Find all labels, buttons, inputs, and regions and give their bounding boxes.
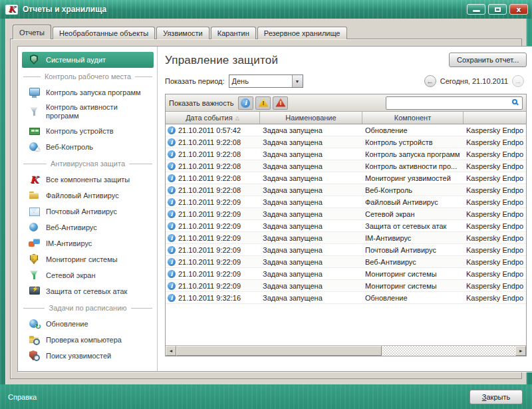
tab-quarantine[interactable]: Карантин — [211, 27, 256, 39]
event-product-cell: Kaspersky Endpo — [464, 138, 526, 146]
period-select[interactable]: День ▼ — [229, 74, 303, 88]
dialog-body: ОтчетыНеобработанные объектыУязвимостиКа… — [5, 19, 527, 384]
chevron-down-icon[interactable]: ▼ — [292, 75, 303, 87]
event-name-cell: Задача запущена — [260, 174, 362, 182]
sidebar-item-network-attack-blocker[interactable]: Защита от сетевых атак — [22, 283, 154, 299]
event-component-cell: Почтовый Антивирус — [362, 246, 464, 254]
severity-filters — [238, 96, 288, 110]
sidebar-item-application-privilege-control[interactable]: Контроль активности программ — [22, 100, 154, 123]
tab-vulnerabilities[interactable]: Уязвимости — [156, 27, 209, 39]
event-product-cell: Kaspersky Endpo — [464, 198, 526, 206]
sidebar-item-file-antivirus[interactable]: Файловый Антивирус — [22, 188, 154, 204]
tab-label: Необработанные объекты — [59, 29, 148, 37]
sidebar-item-computer-scan[interactable]: Проверка компьютера — [22, 332, 154, 348]
sidebar-item-application-startup-control[interactable]: Контроль запуска программ — [22, 84, 154, 100]
table-row[interactable]: i 21.10.2011 9:22:09 Задача запущена Мон… — [166, 268, 526, 280]
sidebar-item-label: IM-Антивирус — [46, 239, 92, 248]
critical-filter-button[interactable] — [273, 96, 288, 110]
client-area: Системный аудит Контроль рабочего места … — [17, 46, 532, 372]
event-date-cell: 21.10.2011 0:57:42 — [178, 126, 241, 134]
sidebar-item-vulnerability-scan[interactable]: Поиск уязвимостей — [22, 348, 154, 364]
table-empty-area — [166, 304, 526, 345]
table-row[interactable]: i 21.10.2011 9:22:09 Задача запущена Сет… — [166, 208, 526, 220]
table-row[interactable]: i 21.10.2011 9:22:09 Задача запущена Веб… — [166, 256, 526, 268]
sidebar-item-system-watcher[interactable]: Мониторинг системы — [22, 251, 154, 267]
scan-icon — [29, 335, 40, 345]
event-product-cell: Kaspersky Endpo — [464, 270, 526, 278]
sidebar-item-im-antivirus[interactable]: IM-Антивирус — [22, 235, 154, 251]
table-row[interactable]: i 21.10.2011 9:22:09 Задача запущена Защ… — [166, 220, 526, 232]
info-event-icon: i — [168, 126, 176, 134]
event-product-cell: Kaspersky Endpo — [464, 222, 526, 230]
prev-day-button[interactable]: ← — [424, 75, 436, 87]
system-watcher-icon — [29, 254, 40, 265]
mail-av-icon — [29, 206, 40, 217]
event-product-cell: Kaspersky Endpo — [464, 246, 526, 254]
minimize-button[interactable] — [467, 4, 485, 15]
horizontal-scrollbar[interactable]: ◄ ► — [166, 345, 526, 356]
search-input[interactable] — [386, 96, 523, 110]
event-date-cell: 21.10.2011 9:22:09 — [178, 246, 241, 254]
event-product-cell: Kaspersky Endpo — [464, 234, 526, 242]
table-row[interactable]: i 21.10.2011 9:22:08 Задача запущена Кон… — [166, 136, 526, 148]
sidebar-item-web-antivirus[interactable]: Веб-Антивирус — [22, 219, 154, 235]
close-button[interactable]: Закрыть — [469, 390, 523, 404]
table-row[interactable]: i 21.10.2011 9:22:08 Задача запущена Кон… — [166, 160, 526, 172]
table-row[interactable]: i 21.10.2011 9:22:09 Задача запущена Поч… — [166, 244, 526, 256]
event-name-cell: Задача запущена — [260, 222, 362, 230]
info-filter-button[interactable] — [238, 96, 253, 110]
web-av-icon — [29, 222, 40, 233]
tab-reports[interactable]: Отчеты — [13, 25, 51, 39]
tab-backup[interactable]: Резервное хранилище — [257, 27, 347, 39]
warning-filter-button[interactable] — [255, 96, 271, 110]
scroll-right-button[interactable]: ► — [515, 346, 526, 356]
tab-unprocessed-objects[interactable]: Необработанные объекты — [53, 27, 155, 39]
sidebar-item-firewall[interactable]: Сетевой экран — [22, 267, 154, 283]
sidebar-item-device-control[interactable]: Контроль устройств — [22, 123, 154, 139]
sidebar-item-label: Контроль активности программ — [46, 103, 150, 120]
event-product-cell: Kaspersky Endpo — [464, 210, 526, 218]
update-icon — [29, 319, 40, 329]
sidebar-item-mail-antivirus[interactable]: Почтовый Антивирус — [22, 204, 154, 219]
sidebar-item-system-audit[interactable]: Системный аудит — [22, 52, 154, 68]
sort-ascending-icon: △ — [235, 115, 239, 121]
sidebar-item-web-control[interactable]: Веб-Контроль — [22, 139, 154, 155]
table-row[interactable]: i 21.10.2011 9:22:08 Задача запущена Веб… — [166, 184, 526, 196]
sidebar-item-label: Веб-Антивирус — [46, 223, 97, 232]
shield-audit-icon — [29, 55, 40, 65]
scroll-left-button[interactable]: ◄ — [166, 346, 176, 356]
scrollbar-thumb[interactable] — [176, 346, 382, 356]
table-row[interactable]: i 21.10.2011 9:22:09 Задача запущена Мон… — [166, 280, 526, 292]
event-date-cell: 21.10.2011 9:22:09 — [178, 210, 241, 218]
table-body: i 21.10.2011 0:57:42 Задача запущена Обн… — [166, 124, 526, 304]
date-label: Сегодня, 21.10.2011 — [440, 77, 509, 85]
column-header[interactable]: Дата события △ — [166, 112, 260, 124]
table-row[interactable]: i 21.10.2011 9:22:09 Задача запущена IM-… — [166, 232, 526, 244]
event-component-cell: Обновление — [362, 126, 464, 134]
column-header[interactable]: Наименование △ — [260, 112, 362, 124]
kaspersky-app-icon — [5, 5, 18, 15]
event-component-cell: Веб-Контроль — [362, 186, 464, 194]
maximize-button[interactable] — [488, 4, 507, 15]
sidebar-item-update[interactable]: Обновление — [22, 316, 154, 332]
event-component-cell: Обновление — [362, 294, 464, 302]
column-header[interactable]: Компонент △ — [362, 112, 464, 124]
table-row[interactable]: i 21.10.2011 9:22:09 Задача запущена Фай… — [166, 196, 526, 208]
table-row[interactable]: i 21.10.2011 9:32:16 Задача запущена Обн… — [166, 292, 526, 304]
sidebar-item-all-protection-components[interactable]: Все компоненты защиты — [22, 172, 154, 188]
scrollbar-track[interactable] — [382, 346, 515, 356]
table-row[interactable]: i 21.10.2011 9:22:08 Задача запущена Мон… — [166, 172, 526, 184]
table-row[interactable]: i 21.10.2011 9:22:08 Задача запущена Кон… — [166, 148, 526, 160]
info-event-icon: i — [168, 282, 176, 290]
close-window-button[interactable]: x — [509, 4, 528, 15]
info-event-icon: i — [168, 222, 176, 230]
search-icon[interactable] — [512, 99, 517, 104]
column-header[interactable]: △ — [464, 112, 526, 124]
im-av-icon — [29, 238, 40, 249]
info-event-icon: i — [168, 186, 176, 194]
event-product-cell: Kaspersky Endpo — [464, 174, 526, 182]
table-row[interactable]: i 21.10.2011 0:57:42 Задача запущена Обн… — [166, 124, 526, 136]
help-link[interactable]: Справка — [8, 393, 37, 401]
save-report-button[interactable]: Сохранить отчет... — [449, 53, 527, 67]
next-day-button[interactable]: → — [512, 75, 524, 87]
